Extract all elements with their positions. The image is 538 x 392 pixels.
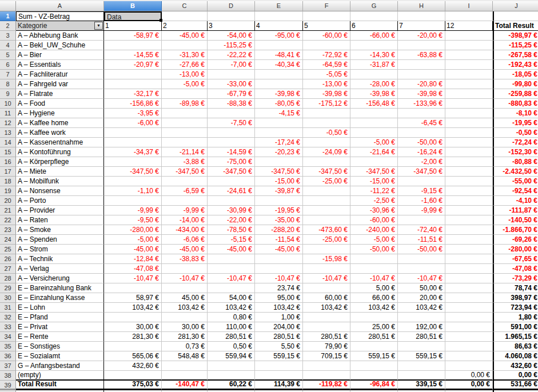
cell-H31[interactable]: 103,42 € <box>398 303 445 313</box>
cell-G36[interactable]: 559,15 € <box>350 351 398 361</box>
cell-D22[interactable]: -22,00 € <box>208 215 255 225</box>
cell-J24[interactable]: -69,26 € <box>493 235 538 245</box>
cell-B35[interactable] <box>104 342 162 351</box>
category-cell-A6[interactable]: A – Essentials <box>16 60 104 70</box>
cell-I23[interactable] <box>445 225 493 235</box>
column-label-1[interactable]: 1 <box>104 21 162 31</box>
cell-B4[interactable] <box>104 41 162 50</box>
cell-I8[interactable] <box>445 79 493 89</box>
cell-F11[interactable] <box>303 109 350 118</box>
cell-I30[interactable] <box>445 293 493 303</box>
cell-C21[interactable]: -9,99 € <box>162 206 208 215</box>
cell-D38[interactable] <box>208 371 255 381</box>
row-header-11[interactable]: 11 <box>0 109 16 118</box>
cell-H18[interactable] <box>398 177 445 186</box>
cell-H7[interactable] <box>398 70 445 79</box>
category-cell-A29[interactable]: E – Bareinzahlung Bank <box>16 283 104 293</box>
row-header-36[interactable]: 36 <box>0 351 16 361</box>
column-header-I[interactable]: I <box>445 1 493 11</box>
column-header-E[interactable]: E <box>255 1 303 11</box>
cell-G9[interactable]: -39,98 € <box>350 89 398 99</box>
cell-H21[interactable]: -9,99 € <box>398 206 445 215</box>
cell-D7[interactable] <box>208 70 255 79</box>
cell-F9[interactable]: -39,98 € <box>303 89 350 99</box>
cell-J35[interactable]: 86,63 € <box>493 342 538 351</box>
cell-J33[interactable]: 591,00 € <box>493 322 538 332</box>
cell-D20[interactable] <box>208 196 255 206</box>
cell-H9[interactable]: -39,98 € <box>398 89 445 99</box>
cell-F29[interactable] <box>303 283 350 293</box>
cell-F37[interactable] <box>303 361 350 371</box>
cell-D1[interactable] <box>208 11 255 21</box>
row-header-7[interactable]: 7 <box>0 70 16 79</box>
cell-F4[interactable] <box>303 41 350 50</box>
cell-G31[interactable]: 103,42 € <box>350 303 398 313</box>
cell-I27[interactable] <box>445 264 493 274</box>
cell-G35[interactable] <box>350 342 398 351</box>
cell-B21[interactable]: -9,99 € <box>104 206 162 215</box>
cell-H8[interactable]: -20,80 € <box>398 79 445 89</box>
cell-B6[interactable]: -20,97 € <box>104 60 162 70</box>
cell-H25[interactable]: -50,00 € <box>398 245 445 254</box>
cell-I9[interactable] <box>445 89 493 99</box>
cell-G13[interactable] <box>350 128 398 138</box>
cell-B37[interactable]: 432,60 € <box>104 361 162 371</box>
cell-F32[interactable] <box>303 313 350 322</box>
cell-F24[interactable]: -25,00 € <box>303 235 350 245</box>
cell-F7[interactable]: -5,05 € <box>303 70 350 79</box>
row-header-32[interactable]: 32 <box>0 313 16 322</box>
cell-J6[interactable]: -192,43 € <box>493 60 538 70</box>
row-header-33[interactable]: 33 <box>0 322 16 332</box>
category-cell-A15[interactable]: A – Kontoführung <box>16 147 104 157</box>
cell-B13[interactable] <box>104 128 162 138</box>
category-cell-A20[interactable]: A – Porto <box>16 196 104 206</box>
cell-I28[interactable] <box>445 274 493 283</box>
cell-J34[interactable]: 1.965,15 € <box>493 332 538 342</box>
category-cell-A24[interactable]: A – Spenden <box>16 235 104 245</box>
cell-E13[interactable] <box>255 128 303 138</box>
row-header-22[interactable]: 22 <box>0 215 16 225</box>
cell-I22[interactable] <box>445 215 493 225</box>
cell-C14[interactable] <box>162 138 208 147</box>
cell-H24[interactable]: -11,51 € <box>398 235 445 245</box>
cell-F15[interactable]: -24,09 € <box>303 147 350 157</box>
cell-C27[interactable] <box>162 264 208 274</box>
cell-I11[interactable] <box>445 109 493 118</box>
cell-E21[interactable]: -19,95 € <box>255 206 303 215</box>
cell-J20[interactable]: -4,10 € <box>493 196 538 206</box>
cell-I4[interactable] <box>445 41 493 50</box>
cell-E20[interactable] <box>255 196 303 206</box>
cell-F16[interactable] <box>303 157 350 167</box>
cell-H5[interactable]: -63,88 € <box>398 50 445 60</box>
cell-F20[interactable] <box>303 196 350 206</box>
cell-I25[interactable] <box>445 245 493 254</box>
cell-D31[interactable]: 103,42 € <box>208 303 255 313</box>
row-header-14[interactable]: 14 <box>0 138 16 147</box>
cell-I19[interactable] <box>445 186 493 196</box>
row-header-23[interactable]: 23 <box>0 225 16 235</box>
cell-I35[interactable] <box>445 342 493 351</box>
cell-C5[interactable]: -31,30 € <box>162 50 208 60</box>
cell-G20[interactable]: -2,50 € <box>350 196 398 206</box>
cell-E9[interactable]: -39,98 € <box>255 89 303 99</box>
column-header-F[interactable]: F <box>303 1 350 11</box>
cell-D27[interactable] <box>208 264 255 274</box>
cell-D8[interactable]: -33,00 € <box>208 79 255 89</box>
cell-G18[interactable]: -15,00 € <box>350 177 398 186</box>
cell-J29[interactable]: 78,74 € <box>493 283 538 293</box>
cell-D17[interactable]: -347,50 € <box>208 167 255 177</box>
category-cell-A36[interactable]: E – Sozialamt <box>16 351 104 361</box>
cell-G37[interactable] <box>350 361 398 371</box>
cell-G3[interactable]: -66,00 € <box>350 31 398 41</box>
cell-F34[interactable]: 280,51 € <box>303 332 350 342</box>
cell-B25[interactable]: -45,00 € <box>104 245 162 254</box>
cell-G15[interactable]: -21,64 € <box>350 147 398 157</box>
cell-H27[interactable] <box>398 264 445 274</box>
category-cell-A11[interactable]: A – Hygiene <box>16 109 104 118</box>
cell-G29[interactable]: 5,00 € <box>350 283 398 293</box>
cell-C16[interactable]: -3,88 € <box>162 157 208 167</box>
cell-B33[interactable]: 30,00 € <box>104 322 162 332</box>
cell-G34[interactable]: 280,51 € <box>350 332 398 342</box>
cell-E11[interactable]: -4,15 € <box>255 109 303 118</box>
row-header-31[interactable]: 31 <box>0 303 16 313</box>
